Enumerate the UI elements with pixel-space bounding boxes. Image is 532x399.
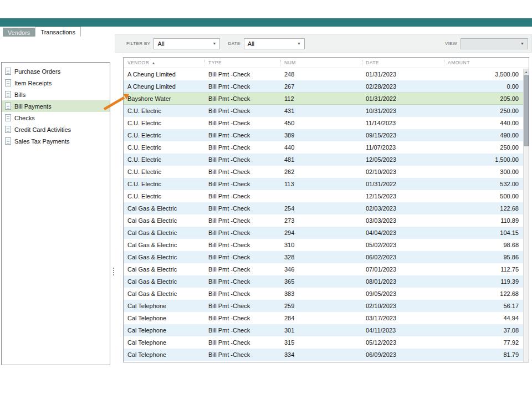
chevron-down-icon: ▼	[517, 42, 528, 45]
cell-vendor: Cal Gas & Electric	[124, 254, 204, 260]
document-icon	[5, 114, 11, 121]
table-row[interactable]: C.U. ElectricBill Pmt -Check11301/31/202…	[124, 178, 529, 190]
table-row[interactable]: Cal Gas & ElectricBill Pmt -Check36508/0…	[124, 275, 529, 288]
table-row[interactable]: Cal TelephoneBill Pmt -Check28403/17/202…	[124, 312, 529, 324]
vertical-scrollbar[interactable]: ▲	[523, 69, 529, 362]
cell-vendor: Cal Telephone	[124, 303, 204, 309]
table-row[interactable]: Cal TelephoneBill Pmt -Check33406/09/202…	[124, 349, 529, 361]
cell-num: 334	[280, 351, 362, 358]
cell-date: 11/07/2023	[362, 144, 444, 151]
table-row[interactable]: C.U. ElectricBill Pmt -Check43110/31/202…	[124, 105, 529, 117]
table-row[interactable]: Cal Gas & ElectricBill Pmt -Check31005/0…	[124, 239, 529, 251]
cell-date: 12/05/2023	[362, 156, 444, 163]
cell-type: Bill Pmt -Check	[204, 71, 280, 78]
cell-amount: 112.75	[444, 266, 529, 273]
date-dropdown[interactable]: All ▼	[244, 38, 305, 49]
table-row[interactable]: Cal Gas & ElectricBill Pmt -Check34607/0…	[124, 263, 529, 275]
cell-type: Bill Pmt -Check	[204, 303, 280, 309]
column-header-vendor[interactable]: VENDOR▲	[124, 58, 204, 68]
cell-num: 346	[280, 266, 362, 273]
splitter-grip-icon[interactable]	[113, 268, 114, 277]
table-row[interactable]: Cal TelephoneBill Pmt -Check30104/11/202…	[124, 324, 529, 336]
table-row[interactable]: Cal TelephoneBill Pmt -Check25902/10/202…	[124, 300, 529, 312]
cell-amount: 104.15	[444, 229, 529, 236]
cell-vendor: Cal Gas & Electric	[124, 229, 204, 236]
table-row[interactable]: Cal Gas & ElectricBill Pmt -Check38309/0…	[124, 288, 529, 300]
table-row[interactable]: Cal Gas & ElectricBill Pmt -Check29404/0…	[124, 227, 529, 239]
view-group: VIEW ▼	[434, 38, 528, 49]
table-row[interactable]: C.U. ElectricBill Pmt -Check38909/15/202…	[124, 129, 529, 141]
cell-vendor: Bayshore Water	[124, 95, 204, 102]
table-row[interactable]: Cal TelephoneBill Pmt -Check31505/12/202…	[124, 336, 529, 349]
table-row[interactable]: Cal Gas & ElectricBill Pmt -Check25402/0…	[124, 202, 529, 214]
cell-date: 11/14/2023	[362, 120, 444, 126]
cell-vendor: C.U. Electric	[124, 168, 204, 175]
cell-vendor: C.U. Electric	[124, 193, 204, 200]
column-header-num[interactable]: NUM	[280, 58, 362, 68]
filter-by-dropdown[interactable]: All ▼	[154, 38, 220, 49]
cell-type: Bill Pmt -Check	[204, 351, 280, 358]
cell-date: 08/01/2023	[362, 278, 444, 285]
cell-date: 05/12/2023	[362, 339, 444, 346]
tab-transactions[interactable]: Transactions	[35, 27, 81, 37]
table-row[interactable]: C.U. ElectricBill Pmt -Check45011/14/202…	[124, 117, 529, 129]
cell-num: 383	[280, 290, 362, 297]
table-row[interactable]: C.U. ElectricBill Pmt -Check44011/07/202…	[124, 141, 529, 154]
cell-vendor: Cal Gas & Electric	[124, 205, 204, 212]
cell-amount: 119.39	[444, 278, 529, 285]
table-row[interactable]: C.U. ElectricBill Pmt -Check48112/05/202…	[124, 154, 529, 166]
sidebar-item-label: Item Receipts	[14, 80, 52, 86]
view-dropdown[interactable]: ▼	[461, 38, 528, 49]
scrollbar-thumb[interactable]	[524, 75, 529, 146]
table-row[interactable]: C.U. ElectricBill Pmt -Check26202/10/202…	[124, 166, 529, 178]
cell-amount: 56.17	[444, 303, 529, 309]
cell-vendor: Cal Telephone	[124, 315, 204, 321]
cell-amount: 0.00	[444, 83, 529, 90]
cell-type: Bill Pmt -Check	[204, 168, 280, 175]
scroll-up-icon[interactable]: ▲	[524, 69, 529, 75]
cell-date: 09/05/2023	[362, 290, 444, 297]
sidebar-item-label: Bill Payments	[14, 103, 52, 110]
sidebar-item-purchase-orders[interactable]: Purchase Orders	[2, 65, 110, 77]
column-header-amount[interactable]: AMOUNT	[444, 58, 529, 68]
cell-date: 12/15/2023	[362, 193, 444, 200]
cell-type: Bill Pmt -Check	[204, 315, 280, 321]
cell-date: 02/28/2023	[362, 83, 444, 90]
table-row[interactable]: C.U. ElectricBill Pmt -Check12/15/202350…	[124, 190, 529, 202]
date-label: DATE	[228, 41, 240, 46]
cell-amount: 1,500.00	[444, 156, 529, 163]
cell-type: Bill Pmt -Check	[204, 254, 280, 260]
sidebar-item-label: Checks	[14, 115, 35, 121]
sidebar-item-bill-payments[interactable]: Bill Payments	[2, 100, 110, 112]
cell-type: Bill Pmt -Check	[204, 95, 280, 102]
sidebar-item-item-receipts[interactable]: Item Receipts	[2, 77, 110, 89]
cell-date: 04/04/2023	[362, 229, 444, 236]
sidebar-item-checks[interactable]: Checks	[2, 112, 110, 124]
cell-type: Bill Pmt -Check	[204, 83, 280, 90]
top-teal-bar	[0, 18, 532, 27]
table-row[interactable]: A Cheung LimitedBill Pmt -Check26702/28/…	[124, 80, 529, 93]
cell-date: 02/03/2023	[362, 205, 444, 212]
date-value: All	[248, 40, 254, 47]
tab-vendors[interactable]: Vendors	[3, 28, 35, 37]
sidebar-item-bills[interactable]: Bills	[2, 89, 110, 100]
cell-num: 389	[280, 132, 362, 139]
cell-date: 04/11/2023	[362, 327, 444, 334]
cell-num: 440	[280, 144, 362, 151]
table-row[interactable]: Cal Gas & ElectricBill Pmt -Check27303/0…	[124, 214, 529, 227]
cell-amount: 500.00	[444, 193, 529, 200]
cell-amount: 205.00	[444, 95, 529, 102]
column-header-date[interactable]: DATE	[362, 58, 444, 68]
sidebar-item-label: Credit Card Activities	[14, 126, 71, 133]
cell-num: 328	[280, 254, 362, 260]
cell-amount: 250.00	[444, 108, 529, 114]
table-row[interactable]: Cal Gas & ElectricBill Pmt -Check32806/0…	[124, 251, 529, 263]
cell-num: 254	[280, 205, 362, 212]
table-row[interactable]: A Cheung LimitedBill Pmt -Check24801/31/…	[124, 68, 529, 80]
sidebar-item-sales-tax-payments[interactable]: Sales Tax Payments	[2, 135, 110, 147]
cell-amount: 81.79	[444, 351, 529, 358]
cell-amount: 77.92	[444, 339, 529, 346]
table-row-selected[interactable]: Bayshore WaterBill Pmt -Check11201/31/20…	[124, 93, 529, 105]
sidebar-item-credit-card-activities[interactable]: Credit Card Activities	[2, 124, 110, 135]
column-header-type[interactable]: TYPE	[204, 58, 280, 68]
